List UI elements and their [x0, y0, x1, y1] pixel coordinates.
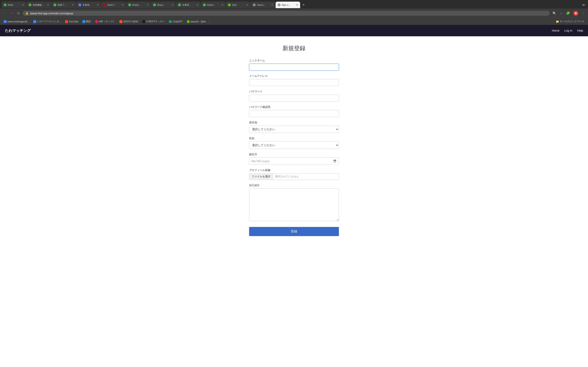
- location-select[interactable]: 選択してください: [249, 125, 339, 133]
- address-bar: ← → ↻ 🔒 tawas-first-app.onrender.com/sig…: [0, 8, 588, 18]
- bookmark-oneimagevid[interactable]: www.oneimagevid...: [2, 20, 31, 24]
- bio-label: 自己紹介: [249, 184, 339, 187]
- tab-favicon-1: [4, 3, 7, 6]
- menu-icon[interactable]: ⋮: [581, 11, 586, 16]
- bookmark-label-4: 翻訳: [86, 20, 91, 23]
- bookmark-label-5: with（ウィズ）: [99, 20, 115, 23]
- file-select-button[interactable]: ファイルを選択: [249, 174, 273, 180]
- tab-close-8[interactable]: ✕: [196, 3, 199, 6]
- nav-home[interactable]: Home: [552, 29, 559, 32]
- gender-select[interactable]: 選択してください: [249, 142, 339, 149]
- birthday-input[interactable]: [249, 157, 339, 165]
- tab-close-10[interactable]: ✕: [246, 3, 248, 6]
- tab-label-12: Sign u...: [282, 4, 295, 6]
- bookmark-favicon-9: [187, 20, 190, 23]
- avatar: 航: [573, 11, 578, 16]
- tab-close-12[interactable]: ✕: [296, 3, 298, 6]
- bookmark-favicon-1: [4, 20, 7, 23]
- tab-close-5[interactable]: ✕: [122, 3, 124, 6]
- bookmark-chatgpt[interactable]: ChatGPT: [167, 20, 184, 24]
- tab-label-3: 検索フ...: [58, 3, 71, 7]
- bookmark-label-7: U-NEXTサッカー: [146, 20, 165, 23]
- tab-close-2[interactable]: ✕: [47, 3, 49, 6]
- bookmark-hellowork[interactable]: ハローワークインタ...: [32, 19, 63, 24]
- tab-favicon-8: [178, 3, 181, 6]
- tab-label-11: Tawa's...: [257, 4, 270, 6]
- extensions-icon[interactable]: 🧩: [565, 11, 571, 16]
- tab-9[interactable]: Rails4... ✕: [201, 2, 225, 8]
- tab-10[interactable]: Qiita ✕: [226, 2, 250, 8]
- new-tab-button[interactable]: +: [301, 3, 306, 7]
- tab-11[interactable]: Tawa's... ✕: [251, 2, 275, 8]
- tab-label-10: Qiita: [232, 4, 245, 6]
- browser-chrome: [Rails ✕ 検索機械... ✕ 検索フ... ✕ 本番環... ✕ Rai…: [0, 0, 588, 25]
- tab-favicon-11: [253, 3, 256, 6]
- profile-icon[interactable]: 航: [572, 10, 579, 17]
- tab-label-5: Railsア...: [107, 3, 121, 7]
- tab-favicon-10: [228, 3, 231, 6]
- bookmark-translate[interactable]: 翻訳: [81, 19, 93, 24]
- reload-button[interactable]: ↻: [16, 11, 21, 16]
- profile-image-group: プロフィール画像 ファイルを選択 選択されていません: [249, 168, 339, 180]
- tab-7[interactable]: [Ruby... ✕: [151, 2, 176, 8]
- location-label: 居住地: [249, 121, 339, 124]
- email-label: メールアドレス: [249, 74, 339, 78]
- tab-5[interactable]: Railsア... ✕: [101, 2, 126, 8]
- tab-bar: [Rails ✕ 検索機械... ✕ 検索フ... ✕ 本番環... ✕ Rai…: [0, 0, 588, 8]
- email-input[interactable]: [249, 79, 339, 86]
- bookmark-unext[interactable]: U-NEXTサッカー: [141, 19, 167, 24]
- tab-2[interactable]: 検索機械... ✕: [26, 2, 51, 8]
- bookmark-qiita[interactable]: tawa19 - Qiita: [185, 20, 207, 24]
- bio-group: 自己紹介: [249, 184, 339, 222]
- bookmark-youtube[interactable]: YouTube: [63, 20, 80, 24]
- tab-favicon-9: [203, 3, 206, 6]
- password-confirm-input[interactable]: [249, 110, 339, 117]
- back-button[interactable]: ←: [2, 11, 7, 16]
- tab-1[interactable]: [Rails ✕: [2, 2, 26, 8]
- toolbar-icons: 🔍 ☆ 🧩 航 ⋮: [552, 10, 586, 17]
- tab-4[interactable]: 本番環... ✕: [76, 2, 101, 8]
- tab-close-7[interactable]: ✕: [172, 3, 173, 6]
- password-input[interactable]: [249, 95, 339, 101]
- nav-help[interactable]: Help: [577, 29, 583, 32]
- tab-label-9: Rails4...: [207, 4, 220, 6]
- bookmark-label-6: SPOTV NOW: [123, 20, 138, 23]
- bookmark-label-9: tawa19 - Qiita: [190, 20, 206, 23]
- tab-12[interactable]: Sign u... ✕: [276, 2, 300, 8]
- bookmark-favicon-3: [65, 20, 68, 23]
- address-input-wrap[interactable]: 🔒 tawas-first-app.onrender.com/signup: [23, 11, 550, 16]
- tab-close-3[interactable]: ✕: [72, 3, 74, 6]
- all-bookmarks[interactable]: 📁 すべてのブックマーク: [554, 19, 586, 24]
- submit-button[interactable]: 登録: [249, 227, 339, 236]
- bookmarks-bar: www.oneimagevid... ハローワークインタ... YouTube …: [0, 18, 588, 25]
- password-confirm-label: パスワード確認用: [249, 105, 339, 109]
- bookmark-star-icon[interactable]: ☆: [559, 11, 563, 16]
- tab-close-4[interactable]: ✕: [97, 3, 99, 6]
- tab-close-11[interactable]: ✕: [271, 3, 273, 6]
- nav-login[interactable]: Log In: [564, 29, 572, 32]
- gender-group: 性別 選択してください: [249, 137, 339, 149]
- tab-overflow-button[interactable]: ≫: [581, 3, 586, 7]
- bookmark-favicon-8: [169, 20, 172, 23]
- tab-favicon-2: [29, 3, 31, 6]
- search-icon[interactable]: 🔍: [552, 11, 557, 16]
- tab-close-9[interactable]: ✕: [221, 3, 223, 6]
- bookmark-spotv[interactable]: SPOTV NOW: [118, 20, 140, 24]
- page-title: 新規登録: [200, 44, 388, 52]
- bookmark-favicon-5: [95, 20, 98, 23]
- forward-button[interactable]: →: [9, 11, 14, 16]
- tab-favicon-12: [278, 3, 281, 6]
- profile-image-label: プロフィール画像: [249, 168, 339, 172]
- tab-6[interactable]: [Rails]... ✕: [126, 2, 151, 8]
- password-group: パスワード: [249, 90, 339, 101]
- tab-close-1[interactable]: ✕: [22, 3, 24, 6]
- tab-8[interactable]: 本番環... ✕: [176, 2, 200, 8]
- birthday-label: 誕生日: [249, 152, 339, 156]
- bookmark-with[interactable]: with（ウィズ）: [94, 19, 117, 24]
- tab-close-6[interactable]: ✕: [147, 3, 149, 6]
- bio-textarea[interactable]: [249, 188, 339, 221]
- password-confirm-group: パスワード確認用: [249, 105, 339, 117]
- tab-3[interactable]: 検索フ... ✕: [52, 2, 76, 8]
- nickname-input[interactable]: [249, 64, 339, 71]
- file-no-selection-label: 選択されていません: [273, 174, 339, 180]
